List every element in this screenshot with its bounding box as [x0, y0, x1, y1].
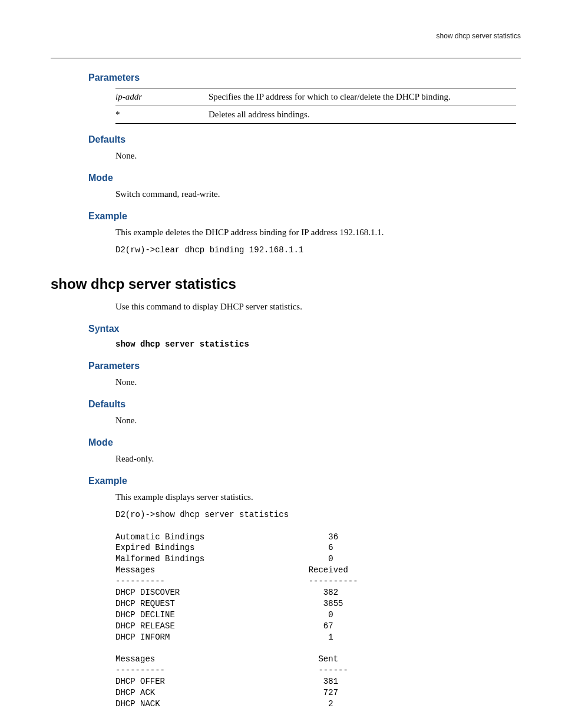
- command-intro: Use this command to display DHCP server …: [115, 301, 521, 313]
- command-title: show dhcp server statistics: [51, 276, 521, 292]
- mode-heading: Mode: [88, 437, 521, 448]
- parameters-table: ip-addr Specifies the IP address for whi…: [115, 88, 516, 124]
- syntax-heading: Syntax: [88, 324, 521, 334]
- example-output: D2(ro)->show dhcp server statistics Auto…: [115, 509, 521, 710]
- parameters-heading: Parameters: [88, 361, 521, 371]
- example-text: This example deletes the DHCP address bi…: [115, 226, 521, 239]
- defaults-text: None.: [115, 150, 521, 162]
- param-desc-cell: Specifies the IP address for which to cl…: [209, 88, 516, 106]
- syntax-command: show dhcp server statistics: [115, 339, 521, 350]
- mode-text: Read-only.: [115, 453, 521, 465]
- mode-text: Switch command, read-write.: [115, 188, 521, 200]
- example-heading: Example: [88, 476, 521, 486]
- defaults-heading: Defaults: [88, 134, 521, 145]
- running-head: show dhcp server statistics: [51, 32, 521, 44]
- header-rule: [51, 58, 521, 58]
- example-text: This example displays server statistics.: [115, 491, 521, 503]
- defaults-heading: Defaults: [88, 399, 521, 410]
- defaults-text: None.: [115, 414, 521, 427]
- parameters-heading: Parameters: [88, 73, 521, 83]
- mode-heading: Mode: [88, 173, 521, 183]
- table-row: * Deletes all address bindings.: [115, 106, 516, 124]
- parameters-text: None.: [115, 376, 521, 388]
- param-desc-cell: Deletes all address bindings.: [209, 106, 516, 124]
- example-command: D2(rw)->clear dhcp binding 192.168.1.1: [115, 245, 521, 256]
- table-row: ip-addr Specifies the IP address for whi…: [115, 88, 516, 106]
- page: show dhcp server statistics Parameters i…: [0, 0, 562, 728]
- param-name-cell: *: [115, 106, 209, 124]
- example-heading: Example: [88, 211, 521, 222]
- param-name-cell: ip-addr: [115, 88, 209, 106]
